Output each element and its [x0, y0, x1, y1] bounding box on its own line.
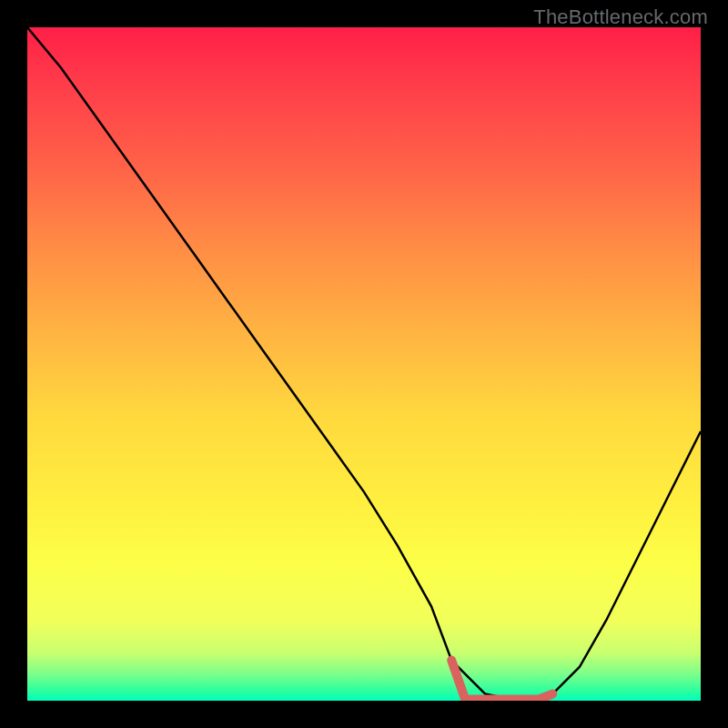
watermark-text: TheBottleneck.com	[533, 5, 708, 29]
optimal-range-marker	[451, 661, 552, 700]
bottleneck-curve-line	[27, 27, 701, 701]
chart-plot-area	[27, 27, 701, 701]
bottleneck-curve-svg	[27, 27, 701, 701]
